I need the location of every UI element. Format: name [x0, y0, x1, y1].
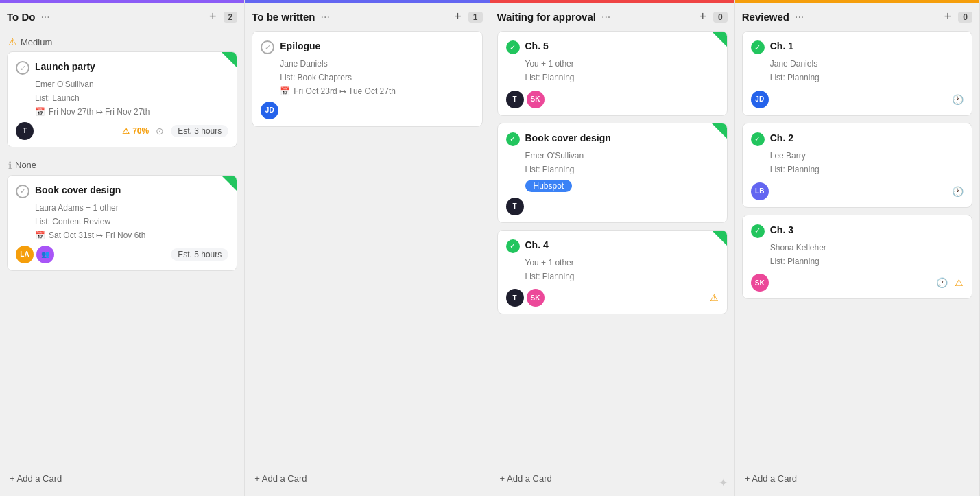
column-bar-to-be-written — [245, 0, 489, 3]
column-add-waiting-approval[interactable]: + — [697, 10, 710, 24]
column-header-waiting-approval: Waiting for approval···+0 — [497, 0, 728, 31]
avatar-t: T — [16, 122, 34, 140]
column-add-to-be-written[interactable]: + — [451, 10, 464, 24]
column-menu-to-be-written[interactable]: ··· — [320, 11, 329, 23]
card-footer: LB🕐 — [751, 182, 964, 200]
column-bar-waiting-approval — [490, 0, 734, 3]
add-card-btn-todo[interactable]: + Add a Card — [7, 468, 237, 489]
card-card-ch3[interactable]: ✓Ch. 3Shona KelleherList: PlanningSK🕐⚠ — [742, 215, 972, 300]
card-check[interactable]: ✓ — [751, 224, 765, 238]
avatar-t: T — [506, 91, 524, 108]
column-title-to-be-written: To be written — [252, 11, 315, 23]
card-stats: Est. 5 hours — [171, 248, 228, 261]
avatar-jd: JD — [261, 102, 278, 119]
card-footer: LA👥Est. 5 hours — [16, 246, 228, 263]
add-card-btn-to-be-written[interactable]: + Add a Card — [252, 468, 482, 489]
card-footer: JD🕐 — [751, 91, 964, 108]
card-date: Sat Oct 31st ↦ Fri Nov 6th — [49, 231, 145, 240]
card-card-bookcover-wait[interactable]: ✓Book cover designEmer O'SullivanList: P… — [497, 123, 728, 223]
card-stats: 🕐⚠ — [936, 277, 964, 288]
card-avatars: TSK — [506, 289, 545, 307]
column-title-waiting-approval: Waiting for approval — [497, 11, 596, 23]
column-count-todo: 2 — [224, 12, 238, 23]
circle-icon: ⊙ — [156, 126, 164, 137]
card-footer: SK🕐⚠ — [751, 274, 964, 292]
add-card-btn-waiting-approval[interactable]: + Add a Card — [497, 468, 728, 489]
card-list: List: Book Chapters — [280, 71, 473, 84]
avatar-la: LA — [16, 246, 34, 263]
card-check[interactable]: ✓ — [16, 61, 29, 75]
card-date: Fri Oct 23rd ↦ Tue Oct 27th — [294, 86, 396, 96]
info-icon: ℹ — [8, 160, 12, 171]
column-count-waiting-approval: 0 — [713, 12, 728, 23]
card-card-launch[interactable]: ✓Launch partyEmer O'SullivanList: Launch… — [7, 51, 237, 147]
card-avatars: LB — [751, 182, 769, 200]
card-list: List: Planning — [525, 270, 719, 283]
card-list: List: Planning — [770, 71, 964, 84]
warn-icon: ⚠ — [122, 126, 130, 136]
card-check[interactable]: ✓ — [506, 40, 520, 54]
card-check[interactable]: ✓ — [261, 40, 274, 54]
card-card-ch1[interactable]: ✓Ch. 1Jane DanielsList: PlanningJD🕐 — [742, 31, 972, 116]
column-waiting-approval: Waiting for approval···+0✓Ch. 5You + 1 o… — [490, 0, 735, 496]
card-assignee: Shona Kelleher — [770, 241, 964, 255]
card-check[interactable]: ✓ — [16, 185, 29, 198]
column-add-reviewed[interactable]: + — [942, 10, 955, 24]
card-avatars: TSK — [506, 91, 545, 108]
card-assignee: Emer O'Sullivan — [525, 149, 719, 163]
card-header: ✓Ch. 5 — [506, 40, 719, 54]
card-check[interactable]: ✓ — [751, 40, 765, 54]
move-icon: ✦ — [719, 476, 728, 489]
card-green-corner — [712, 123, 727, 139]
add-card-btn-reviewed[interactable]: + Add a Card — [742, 468, 972, 489]
card-footer: T⚠ 70%⊙Est. 3 hours — [16, 122, 228, 140]
card-tag: Hubspot — [525, 180, 573, 192]
card-assignee: You + 1 other — [525, 57, 719, 71]
card-assignee: Emer O'Sullivan — [35, 78, 228, 91]
calendar-icon: 📅 — [35, 107, 45, 117]
card-card-ch2[interactable]: ✓Ch. 2Lee BarryList: PlanningLB🕐 — [742, 123, 972, 208]
card-stats: ⚠ 70%⊙Est. 3 hours — [122, 125, 228, 137]
card-date: Fri Nov 27th ↦ Fri Nov 27th — [49, 107, 150, 117]
column-body-todo: ⚠ Medium✓Launch partyEmer O'SullivanList… — [7, 31, 237, 468]
warn-icon: ⚠ — [8, 36, 17, 47]
column-header-todo: To Do···+2 — [7, 0, 237, 31]
card-avatars: SK — [751, 274, 769, 292]
calendar-icon: 📅 — [280, 86, 290, 96]
calendar-icon: 📅 — [35, 231, 45, 240]
card-list: List: Planning — [770, 255, 964, 268]
card-card-ch4[interactable]: ✓Ch. 4You + 1 otherList: PlanningTSK⚠ — [497, 230, 728, 315]
avatar-sk: SK — [751, 274, 769, 292]
card-header: ✓Book cover design — [506, 132, 719, 146]
card-green-corner — [712, 231, 727, 246]
column-menu-todo[interactable]: ··· — [40, 11, 49, 23]
column-menu-reviewed[interactable]: ··· — [795, 11, 804, 23]
column-todo: To Do···+2⚠ Medium✓Launch partyEmer O'Su… — [0, 0, 245, 496]
column-add-todo[interactable]: + — [206, 10, 219, 24]
card-est: Est. 5 hours — [171, 248, 228, 261]
card-title: Ch. 2 — [770, 132, 793, 144]
card-avatars: T — [16, 122, 34, 140]
card-avatars: JD — [751, 91, 769, 108]
card-assignee: You + 1 other — [525, 256, 719, 270]
card-stats: ⚠ — [710, 292, 719, 303]
card-header: ✓Book cover design — [16, 184, 228, 198]
card-title: Ch. 5 — [525, 40, 549, 52]
card-check[interactable]: ✓ — [506, 132, 520, 146]
avatar-sk: SK — [527, 91, 545, 108]
card-check[interactable]: ✓ — [506, 239, 520, 253]
card-card-ch5[interactable]: ✓Ch. 5You + 1 otherList: PlanningTSK — [497, 31, 728, 116]
column-title-todo: To Do — [7, 11, 35, 23]
card-est: Est. 3 hours — [171, 125, 228, 137]
column-count-to-be-written: 1 — [468, 12, 483, 23]
card-card-epilogue[interactable]: ✓EpilogueJane DanielsList: Book Chapters… — [252, 31, 482, 127]
avatar-group: 👥 — [36, 246, 54, 263]
column-body-reviewed: ✓Ch. 1Jane DanielsList: PlanningJD🕐✓Ch. … — [742, 31, 972, 468]
card-card-bookcover-todo[interactable]: ✓Book cover designLaura Adams + 1 otherL… — [7, 175, 237, 271]
card-check[interactable]: ✓ — [751, 132, 765, 146]
column-menu-waiting-approval[interactable]: ··· — [601, 11, 610, 23]
clock-icon: 🕐 — [952, 94, 964, 105]
avatar-sk: SK — [527, 289, 545, 307]
card-assignee: Jane Daniels — [770, 57, 964, 71]
card-progress: ⚠ 70% — [122, 126, 149, 136]
